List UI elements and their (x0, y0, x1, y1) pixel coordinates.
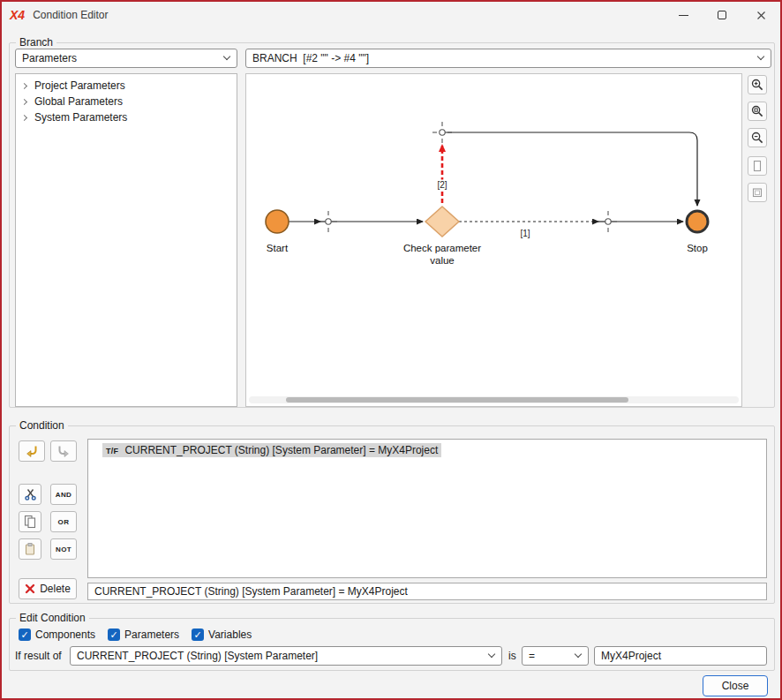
if-result-of-label: If result of (15, 646, 62, 666)
parameter-category-combobox[interactable]: Parameters (15, 49, 237, 68)
junction-node[interactable] (605, 211, 611, 232)
scrollbar-thumb[interactable] (286, 397, 628, 403)
start-node-label: Start (267, 243, 289, 253)
condition-row-text: CURRENT_PROJECT (String) [System Paramet… (124, 444, 438, 456)
canvas-horizontal-scrollbar[interactable] (249, 396, 739, 403)
red-x-icon (25, 583, 35, 594)
chevron-down-icon (489, 653, 494, 657)
scissors-icon (24, 487, 37, 501)
junction-node[interactable] (326, 211, 331, 232)
zoom-in-icon (751, 79, 763, 91)
tree-item-system-parameters[interactable]: System Parameters (16, 109, 237, 125)
condition-list[interactable]: T/FCURRENT_PROJECT (String) [System Para… (87, 439, 767, 578)
zoom-fit-button[interactable] (748, 102, 767, 121)
checkbox-components[interactable]: ✓ Components (19, 628, 95, 641)
checkbox-label: Parameters (124, 628, 179, 641)
delete-label: Delete (40, 583, 71, 595)
workflow-canvas[interactable]: Start Check parameter value Stop [1] [2] (245, 73, 742, 407)
stop-node[interactable] (687, 211, 708, 232)
copy-icon (23, 515, 37, 529)
copy-button[interactable] (19, 511, 41, 532)
or-button[interactable]: OR (50, 511, 77, 532)
stop-node-label: Stop (687, 243, 708, 253)
tree-item-label: Global Parameters (34, 95, 123, 108)
condition-group-label: Condition (16, 419, 68, 432)
forward-arrow-icon (56, 444, 71, 458)
return-arrow-icon (25, 444, 39, 458)
condition-group: Condition AND (9, 425, 775, 604)
x4-logo-icon: X4 (10, 8, 25, 22)
paste-button[interactable] (19, 538, 41, 560)
checkmark-icon: ✓ (108, 628, 120, 641)
decision-node[interactable] (425, 207, 459, 237)
delete-condition-button[interactable]: Delete (19, 578, 77, 599)
chevron-down-icon (575, 653, 581, 657)
clipboard-icon (23, 542, 37, 556)
condition-expression-text: CURRENT_PROJECT (String) [System Paramet… (94, 585, 408, 598)
chevron-right-icon (21, 114, 27, 120)
condition-row-selected[interactable]: T/FCURRENT_PROJECT (String) [System Para… (102, 443, 441, 457)
branch-group-label: Branch (16, 36, 56, 49)
edit-condition-group-label: Edit Condition (16, 612, 89, 624)
zoom-out-icon (751, 132, 763, 144)
zoom-in-button[interactable] (748, 75, 767, 94)
edit-condition-group: Edit Condition ✓ Components ✓ Parameters… (9, 618, 775, 671)
page-icon (751, 160, 763, 172)
chevron-right-icon (21, 82, 27, 88)
result-of-combobox[interactable]: CURRENT_PROJECT (String) [System Paramet… (70, 646, 502, 666)
junction-node-top[interactable] (432, 122, 452, 143)
titlebar: X4 Condition Editor (2, 2, 780, 28)
parameter-category-value: Parameters (22, 52, 77, 64)
branch-group: Branch Parameters BRANCH [#2 "" -> #4 ""… (9, 42, 775, 408)
zoom-out-button[interactable] (748, 128, 767, 147)
decision-node-label-line1: Check parameter (403, 243, 481, 253)
not-button[interactable]: NOT (50, 538, 77, 560)
apply-condition-button[interactable] (19, 440, 45, 462)
cut-button[interactable] (19, 484, 41, 505)
minimize-icon (679, 15, 688, 16)
comparison-value-input[interactable] (594, 646, 767, 666)
condition-editor-window: X4 Condition Editor Branch Parameters BR… (0, 0, 782, 700)
zoom-fit-icon (751, 105, 763, 117)
redo-condition-button[interactable] (50, 440, 77, 462)
tree-item-label: System Parameters (34, 111, 127, 124)
page-view-button[interactable] (748, 156, 767, 176)
checkbox-parameters[interactable]: ✓ Parameters (108, 628, 179, 641)
workflow-diagram: Start Check parameter value Stop [1] [2] (246, 74, 741, 392)
or-label: OR (58, 518, 70, 526)
edge1-label: [1] (520, 229, 530, 238)
checkmark-icon: ✓ (19, 628, 31, 641)
tree-item-global-parameters[interactable]: Global Parameters (16, 94, 237, 109)
edge2-label: [2] (437, 180, 447, 190)
tree-item-label: Project Parameters (34, 79, 125, 92)
close-window-button[interactable] (741, 2, 780, 28)
page-fit-button[interactable] (748, 183, 767, 202)
is-label: is (508, 646, 516, 666)
checkmark-icon: ✓ (192, 628, 204, 641)
page-fit-icon (751, 186, 763, 199)
checkbox-label: Components (35, 628, 95, 641)
and-label: AND (56, 491, 72, 499)
operator-value: = (529, 650, 535, 662)
tree-item-project-parameters[interactable]: Project Parameters (16, 78, 237, 94)
decision-node-label-line2: value (430, 255, 455, 266)
checkbox-label: Variables (208, 628, 252, 641)
operator-combobox[interactable]: = (522, 646, 589, 666)
branch-combobox[interactable]: BRANCH [#2 "" -> #4 ""] (245, 49, 771, 68)
parameter-tree: Project Parameters Global Parameters Sys… (15, 73, 237, 407)
chevron-down-icon (758, 56, 763, 59)
branch-combo-value: BRANCH [#2 "" -> #4 ""] (252, 52, 369, 64)
not-label: NOT (56, 546, 71, 553)
edge-top-to-stop[interactable] (442, 132, 697, 206)
checkbox-variables[interactable]: ✓ Variables (192, 628, 252, 641)
minimize-button[interactable] (664, 2, 703, 28)
condition-expression-bar[interactable]: CURRENT_PROJECT (String) [System Paramet… (87, 583, 767, 600)
maximize-icon (718, 11, 726, 19)
window-title: Condition Editor (33, 9, 108, 21)
result-of-value: CURRENT_PROJECT (String) [System Paramet… (77, 650, 318, 662)
maximize-button[interactable] (703, 2, 741, 28)
and-button[interactable]: AND (50, 484, 77, 505)
close-button[interactable]: Close (703, 675, 768, 696)
window-controls (664, 2, 780, 28)
start-node[interactable] (266, 210, 289, 233)
